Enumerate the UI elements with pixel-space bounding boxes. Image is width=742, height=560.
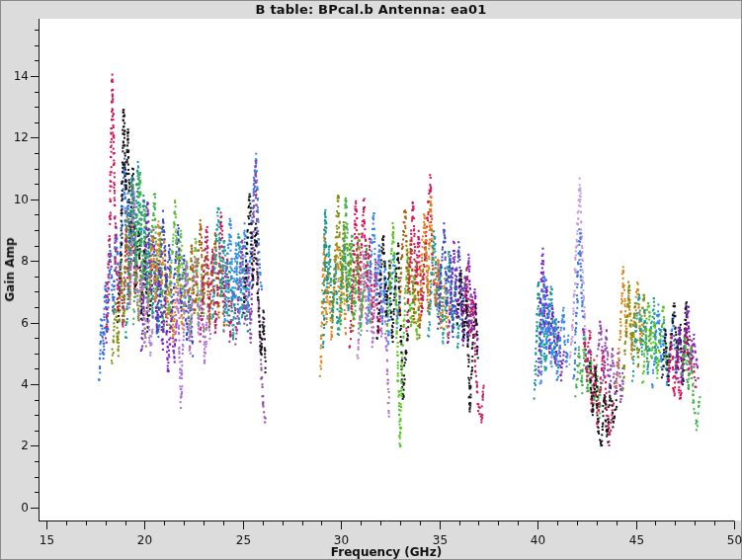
x-axis-label: Frequency (GHz) <box>39 545 734 559</box>
bandpass-scatter-canvas <box>0 0 742 560</box>
y-axis-label: Gain Amp <box>3 237 17 301</box>
bandpass-plot-window: B table: BPcal.b Antenna: ea01 Frequency… <box>0 0 742 560</box>
plot-title: B table: BPcal.b Antenna: ea01 <box>0 2 742 17</box>
